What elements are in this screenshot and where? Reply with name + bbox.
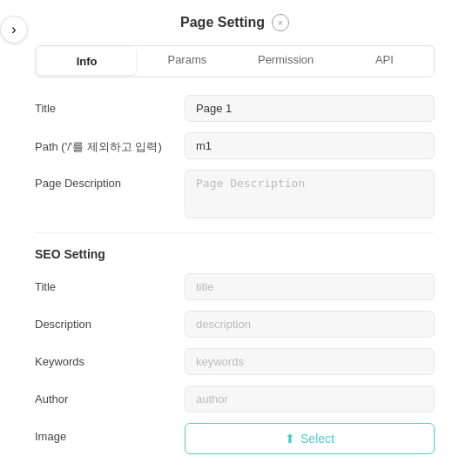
- page-title: Page Setting: [180, 15, 265, 30]
- path-label: Path ('/'를 제외하고 입력): [35, 132, 174, 155]
- seo-image-field-row: Image ⬆ Select: [35, 423, 435, 454]
- seo-keywords-field-row: Keywords: [35, 348, 435, 375]
- upload-icon: ⬆: [285, 432, 295, 446]
- seo-title-label: Title: [35, 273, 174, 293]
- select-button-label: Select: [300, 432, 334, 446]
- select-image-button[interactable]: ⬆ Select: [185, 423, 435, 454]
- title-field-row: Title: [35, 95, 435, 122]
- seo-description-input[interactable]: [185, 311, 435, 338]
- seo-description-field-row: Description: [35, 311, 435, 338]
- seo-description-label: Description: [35, 311, 174, 331]
- seo-keywords-input[interactable]: [185, 348, 435, 375]
- seo-keywords-label: Keywords: [35, 348, 174, 368]
- seo-section-title: SEO Setting: [35, 247, 435, 261]
- seo-section: SEO Setting Title Description Keywords A…: [35, 247, 435, 454]
- section-divider: [35, 232, 435, 233]
- chevron-right-icon: ›: [11, 22, 16, 37]
- seo-title-input[interactable]: [185, 273, 435, 300]
- tab-params[interactable]: Params: [138, 46, 236, 77]
- tab-permission[interactable]: Permission: [237, 46, 335, 77]
- sidebar-toggle-button[interactable]: ›: [0, 16, 28, 44]
- close-button[interactable]: ×: [272, 14, 289, 31]
- path-field-row: Path ('/'를 제외하고 입력): [35, 132, 435, 159]
- seo-author-label: Author: [35, 385, 174, 406]
- page-description-field-row: Page Description: [35, 170, 435, 218]
- seo-image-label: Image: [35, 423, 174, 443]
- basic-fields-section: Title Path ('/'를 제외하고 입력) Page Descripti…: [35, 95, 435, 218]
- page-description-textarea[interactable]: [185, 170, 435, 218]
- title-input[interactable]: [185, 95, 435, 122]
- seo-author-field-row: Author: [35, 385, 435, 412]
- close-icon: ×: [278, 18, 283, 28]
- page-header: Page Setting ×: [35, 14, 435, 31]
- tab-bar: Info Params Permission API: [35, 45, 435, 77]
- tab-api[interactable]: API: [335, 46, 434, 77]
- path-input[interactable]: [185, 132, 435, 159]
- seo-title-field-row: Title: [35, 273, 435, 300]
- title-label: Title: [35, 95, 174, 115]
- page-description-label: Page Description: [35, 170, 174, 190]
- tab-info[interactable]: Info: [37, 48, 136, 75]
- seo-author-input[interactable]: [185, 385, 435, 412]
